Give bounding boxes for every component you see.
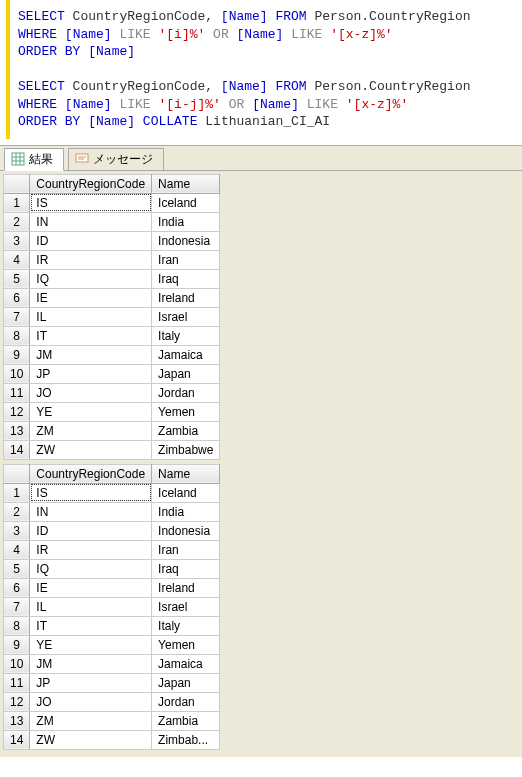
- cell-code[interactable]: IS: [30, 483, 152, 502]
- cell-code[interactable]: JM: [30, 345, 152, 364]
- tab-messages[interactable]: メッセージ: [68, 148, 164, 170]
- cell-code[interactable]: IR: [30, 540, 152, 559]
- cell-code[interactable]: IR: [30, 250, 152, 269]
- cell-name[interactable]: Iran: [152, 250, 220, 269]
- table-row[interactable]: 8ITItaly: [4, 616, 220, 635]
- cell-code[interactable]: ZM: [30, 711, 152, 730]
- sql-line[interactable]: WHERE [Name] LIKE '[i-j]%' OR [Name] LIK…: [10, 96, 518, 114]
- row-number[interactable]: 7: [4, 597, 30, 616]
- col-header-code[interactable]: CountryRegionCode: [30, 174, 152, 193]
- row-number[interactable]: 6: [4, 578, 30, 597]
- table-row[interactable]: 10JPJapan: [4, 364, 220, 383]
- cell-code[interactable]: IL: [30, 597, 152, 616]
- cell-name[interactable]: Jamaica: [152, 345, 220, 364]
- cell-name[interactable]: Iceland: [152, 483, 220, 502]
- row-number[interactable]: 6: [4, 288, 30, 307]
- cell-name[interactable]: Jordan: [152, 692, 220, 711]
- grid-corner[interactable]: [4, 464, 30, 483]
- cell-name[interactable]: Ireland: [152, 288, 220, 307]
- row-number[interactable]: 4: [4, 250, 30, 269]
- cell-name[interactable]: Italy: [152, 616, 220, 635]
- cell-name[interactable]: Zambia: [152, 711, 220, 730]
- row-number[interactable]: 9: [4, 345, 30, 364]
- col-header-name[interactable]: Name: [152, 174, 220, 193]
- row-number[interactable]: 5: [4, 269, 30, 288]
- cell-code[interactable]: IN: [30, 212, 152, 231]
- table-row[interactable]: 12YEYemen: [4, 402, 220, 421]
- table-row[interactable]: 3IDIndonesia: [4, 231, 220, 250]
- cell-name[interactable]: Zimbab...: [152, 730, 220, 749]
- row-number[interactable]: 2: [4, 212, 30, 231]
- cell-name[interactable]: Israel: [152, 597, 220, 616]
- cell-code[interactable]: IN: [30, 502, 152, 521]
- table-row[interactable]: 11JOJordan: [4, 383, 220, 402]
- cell-name[interactable]: Indonesia: [152, 521, 220, 540]
- sql-blank[interactable]: [10, 61, 518, 79]
- cell-code[interactable]: IE: [30, 578, 152, 597]
- cell-name[interactable]: Iraq: [152, 269, 220, 288]
- sql-line[interactable]: WHERE [Name] LIKE '[i]%' OR [Name] LIKE …: [10, 26, 518, 44]
- row-number[interactable]: 12: [4, 692, 30, 711]
- table-row[interactable]: 5IQIraq: [4, 269, 220, 288]
- table-row[interactable]: 10JMJamaica: [4, 654, 220, 673]
- table-row[interactable]: 13ZMZambia: [4, 711, 220, 730]
- sql-line[interactable]: SELECT CountryRegionCode, [Name] FROM Pe…: [10, 78, 518, 96]
- row-number[interactable]: 10: [4, 654, 30, 673]
- table-row[interactable]: 9JMJamaica: [4, 345, 220, 364]
- cell-name[interactable]: Italy: [152, 326, 220, 345]
- cell-code[interactable]: ZW: [30, 440, 152, 459]
- cell-name[interactable]: Iraq: [152, 559, 220, 578]
- cell-code[interactable]: ID: [30, 231, 152, 250]
- table-row[interactable]: 7ILIsrael: [4, 597, 220, 616]
- table-row[interactable]: 2INIndia: [4, 212, 220, 231]
- cell-code[interactable]: JM: [30, 654, 152, 673]
- row-number[interactable]: 1: [4, 483, 30, 502]
- cell-code[interactable]: IQ: [30, 559, 152, 578]
- row-number[interactable]: 3: [4, 231, 30, 250]
- table-row[interactable]: 12JOJordan: [4, 692, 220, 711]
- cell-name[interactable]: Jordan: [152, 383, 220, 402]
- results-grid-2[interactable]: CountryRegionCode Name 1ISIceland2INIndi…: [3, 464, 220, 750]
- row-number[interactable]: 5: [4, 559, 30, 578]
- row-number[interactable]: 11: [4, 383, 30, 402]
- cell-code[interactable]: JP: [30, 673, 152, 692]
- row-number[interactable]: 8: [4, 616, 30, 635]
- cell-code[interactable]: ZM: [30, 421, 152, 440]
- col-header-code[interactable]: CountryRegionCode: [30, 464, 152, 483]
- tab-results[interactable]: 結果: [4, 148, 64, 171]
- row-number[interactable]: 14: [4, 730, 30, 749]
- row-number[interactable]: 14: [4, 440, 30, 459]
- cell-name[interactable]: Yemen: [152, 402, 220, 421]
- cell-name[interactable]: Japan: [152, 364, 220, 383]
- row-number[interactable]: 13: [4, 711, 30, 730]
- cell-code[interactable]: JP: [30, 364, 152, 383]
- row-number[interactable]: 12: [4, 402, 30, 421]
- row-number[interactable]: 10: [4, 364, 30, 383]
- table-row[interactable]: 11JPJapan: [4, 673, 220, 692]
- table-row[interactable]: 5IQIraq: [4, 559, 220, 578]
- results-grid-1[interactable]: CountryRegionCode Name 1ISIceland2INIndi…: [3, 174, 220, 460]
- sql-line[interactable]: ORDER BY [Name] COLLATE Lithuanian_CI_AI: [10, 113, 518, 131]
- table-row[interactable]: 6IEIreland: [4, 578, 220, 597]
- cell-code[interactable]: YE: [30, 402, 152, 421]
- col-header-name[interactable]: Name: [152, 464, 220, 483]
- row-number[interactable]: 7: [4, 307, 30, 326]
- row-number[interactable]: 13: [4, 421, 30, 440]
- cell-code[interactable]: IT: [30, 326, 152, 345]
- table-row[interactable]: 4IRIran: [4, 540, 220, 559]
- table-row[interactable]: 13ZMZambia: [4, 421, 220, 440]
- sql-editor[interactable]: SELECT CountryRegionCode, [Name] FROM Pe…: [6, 0, 522, 139]
- cell-code[interactable]: YE: [30, 635, 152, 654]
- row-number[interactable]: 8: [4, 326, 30, 345]
- cell-name[interactable]: Iceland: [152, 193, 220, 212]
- cell-code[interactable]: JO: [30, 383, 152, 402]
- cell-code[interactable]: ID: [30, 521, 152, 540]
- table-row[interactable]: 14ZWZimbabwe: [4, 440, 220, 459]
- cell-code[interactable]: IE: [30, 288, 152, 307]
- cell-code[interactable]: IT: [30, 616, 152, 635]
- cell-name[interactable]: Iran: [152, 540, 220, 559]
- cell-code[interactable]: ZW: [30, 730, 152, 749]
- cell-code[interactable]: JO: [30, 692, 152, 711]
- table-row[interactable]: 2INIndia: [4, 502, 220, 521]
- row-number[interactable]: 4: [4, 540, 30, 559]
